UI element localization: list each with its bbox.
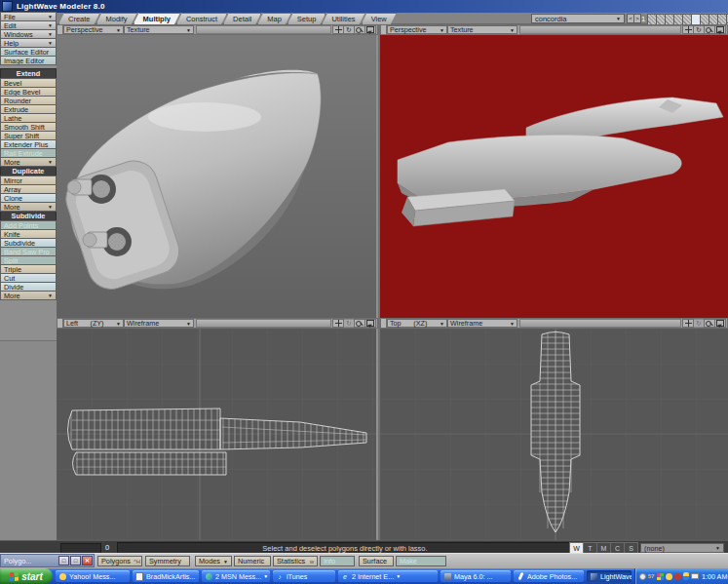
- chevron-down-icon: ▼: [263, 573, 268, 579]
- next-object-button[interactable]: >: [633, 14, 641, 23]
- fit-selector-icon[interactable]: [714, 25, 726, 34]
- object-selector-dropdown[interactable]: concordia ▼: [531, 14, 625, 23]
- vmap-selector-dropdown[interactable]: (none)▼: [640, 543, 724, 553]
- fit-selector-icon[interactable]: [364, 25, 376, 34]
- taskbar-item-photoshop[interactable]: Adobe Photos...: [514, 570, 584, 582]
- sidebar-item-extend-more[interactable]: More▼: [0, 157, 57, 167]
- viewport-canvas-perspective-red[interactable]: [380, 35, 728, 318]
- internet-explorer-icon: e: [341, 572, 349, 580]
- render-mode-label: Wireframe: [450, 320, 482, 328]
- chevron-down-icon: ▼: [510, 26, 515, 34]
- lightwave-modeler-window: LightWave Modeler 8.0 Create Modify Mult…: [0, 0, 728, 584]
- btn-label: Surface: [363, 557, 387, 566]
- task-label: 2 MSN Mess...: [215, 572, 261, 581]
- taskbar-item-internet-explorer[interactable]: e 2 Internet E... ▼: [338, 570, 438, 582]
- tab-setup[interactable]: Setup: [287, 13, 326, 24]
- chevron-down-icon: ▼: [186, 26, 191, 34]
- taskbar-item-msn-messenger[interactable]: 2 MSN Mess... ▼: [202, 570, 270, 582]
- tab-view[interactable]: View: [362, 13, 397, 24]
- tab-multiply[interactable]: Multiply: [134, 13, 180, 24]
- modes-dropdown[interactable]: Modes▼: [195, 556, 232, 566]
- fit-selector-icon[interactable]: [364, 319, 376, 328]
- btn-label: Info: [324, 557, 335, 566]
- statistics-button[interactable]: Statisticsw: [273, 556, 318, 566]
- taskbar-item-yahoo-messenger[interactable]: Yahoo! Mess...: [56, 570, 130, 582]
- view-type-dropdown[interactable]: Perspective▼: [387, 25, 447, 34]
- view-axis-label: (ZY): [91, 320, 104, 328]
- document-icon: [135, 572, 143, 580]
- viewport-tools: ↻: [333, 319, 376, 328]
- image-editor-button[interactable]: Image Editor: [0, 56, 57, 65]
- viewport-drag-bar[interactable]: [196, 319, 331, 328]
- buddy-icon[interactable]: [665, 572, 672, 580]
- fit-selector-icon[interactable]: [714, 319, 726, 328]
- view-type-dropdown[interactable]: Top(XZ)▼: [387, 319, 447, 328]
- itunes-note-icon: ♪: [276, 572, 284, 580]
- viewport-canvas-perspective-shaded[interactable]: [57, 35, 378, 318]
- task-label: BradMickArtis...: [146, 572, 195, 581]
- viewport-canvas-top-wireframe[interactable]: [380, 329, 728, 540]
- view-type-label: Perspective: [390, 26, 427, 34]
- viewport-canvas-left-wireframe[interactable]: [57, 329, 378, 540]
- render-mode-dropdown[interactable]: Texture▼: [447, 25, 517, 34]
- surface-button[interactable]: Surface: [359, 556, 394, 566]
- btn-label: Modes: [199, 557, 220, 566]
- chevron-down-icon: ▼: [186, 320, 191, 328]
- symmetry-toggle[interactable]: Symmetry: [145, 556, 190, 566]
- viewport-drag-bar[interactable]: [196, 25, 331, 34]
- taskbar-item-itunes[interactable]: ♪ iTunes: [273, 570, 335, 582]
- chevron-down-icon: ▼: [116, 320, 121, 328]
- title-bar: LightWave Modeler 8.0: [0, 0, 728, 13]
- alert-icon[interactable]: [673, 572, 681, 580]
- sidebar-item-subdivide-more[interactable]: More▼: [0, 291, 57, 300]
- polygons-mode-button[interactable]: Polygons^H: [97, 556, 142, 566]
- weather-temp-icon[interactable]: 57: [647, 572, 655, 580]
- restore-icon[interactable]: □: [58, 556, 69, 565]
- selection-count: 0: [105, 543, 109, 552]
- numeric-button[interactable]: Numeric: [234, 556, 271, 566]
- tab-create[interactable]: Create: [58, 13, 100, 24]
- chevron-down-icon: ▼: [440, 320, 444, 328]
- tab-map[interactable]: Map: [257, 13, 291, 24]
- start-button[interactable]: start: [0, 568, 53, 584]
- make-button: Make: [396, 556, 446, 566]
- task-label: LightWave M...: [600, 572, 632, 581]
- task-label: Yahoo! Mess...: [69, 572, 115, 581]
- clock-icon[interactable]: [638, 572, 646, 580]
- render-mode-dropdown[interactable]: Wireframe▼: [447, 319, 517, 328]
- viewport-drag-bar[interactable]: [519, 319, 681, 328]
- view-type-label: Left: [66, 320, 78, 328]
- minimized-window[interactable]: Polygo... □ □ ✕: [0, 554, 95, 567]
- tab-modify[interactable]: Modify: [96, 13, 137, 24]
- close-icon[interactable]: ✕: [82, 556, 93, 565]
- mail-icon[interactable]: [691, 572, 699, 580]
- maya-icon: [443, 572, 451, 580]
- tab-utilities[interactable]: Utilities: [322, 13, 364, 24]
- status-bar: 0 Select and deselect polygons directly …: [0, 540, 728, 553]
- sidebar-item-duplicate-more[interactable]: More▼: [0, 202, 57, 212]
- taskbar-item-lightwave[interactable]: LightWave M...: [587, 570, 632, 582]
- task-label: 2 Internet E...: [352, 572, 394, 581]
- maximize-icon[interactable]: □: [70, 556, 81, 565]
- view-type-label: Top: [390, 320, 402, 328]
- task-label: iTunes: [287, 572, 307, 581]
- taskbar-item-bradmick[interactable]: BradMickArtis...: [133, 570, 199, 582]
- render-mode-dropdown[interactable]: Texture▼: [124, 25, 194, 34]
- view-type-dropdown[interactable]: Left(ZY)▼: [63, 319, 124, 328]
- render-mode-dropdown[interactable]: Wireframe▼: [124, 319, 194, 328]
- image-editor-label: Image Editor: [4, 57, 44, 65]
- viewport-header: Perspective▼ Texture▼ ↻: [57, 24, 378, 35]
- item-label: More: [4, 292, 20, 300]
- tab-construct[interactable]: Construct: [176, 13, 227, 24]
- btn-label: Numeric: [238, 557, 264, 566]
- msn-man-icon[interactable]: [682, 572, 690, 580]
- view-type-dropdown[interactable]: Perspective▼: [63, 25, 124, 34]
- taskbar-item-maya[interactable]: Maya 6.0: ...: [441, 570, 511, 582]
- tab-detail[interactable]: Detail: [223, 13, 261, 24]
- viewport-drag-bar[interactable]: [519, 25, 681, 34]
- window-title: LightWave Modeler 8.0: [17, 2, 105, 11]
- colors-grid-icon[interactable]: [656, 572, 664, 580]
- viewport-tools: ↻: [683, 25, 726, 34]
- chevron-down-icon: ▼: [48, 158, 53, 167]
- item-label: More: [4, 203, 20, 212]
